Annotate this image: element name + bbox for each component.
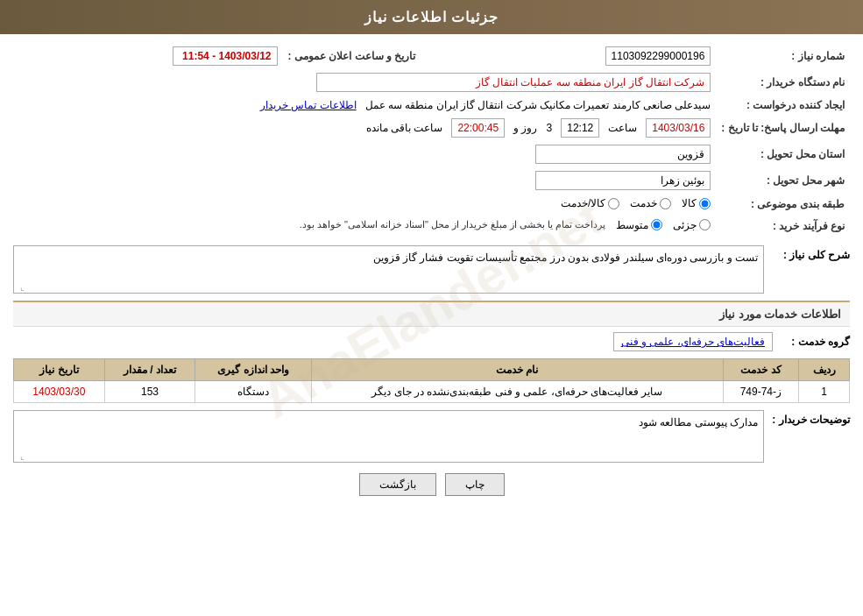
buyer-notes-text: مدارک پیوستی مطالعه شود [639,416,758,428]
response-time-text: ساعت [608,122,637,134]
need-number-value: 1103092299000196 [445,43,716,69]
category-kala-label: کالا [682,197,697,209]
response-time-field: 12:12 [561,118,599,138]
col-header-2: نام خدمت [312,359,724,381]
buyer-org-value: شرکت انتقال گاز ایران منطقه سه عملیات ان… [13,69,716,96]
creator-label: ایجاد کننده درخواست : [716,96,850,115]
city-field: بوئین زهرا [535,171,711,190]
purchase-type-radio-group: جزئی متوسط پرداخت تمام یا بخشی از مبلغ خ… [300,219,711,231]
service-group-row: گروه خدمت : فعالیت‌های حرفه‌ای، علمی و ف… [13,332,850,351]
creator-row: سیدعلی صانعی کارمند تعمیرات مکانیک شرکت … [13,96,716,115]
province-field: قزوین [535,145,711,164]
notes-resize-handle[interactable]: ⌞ [16,451,25,460]
announce-date-field: 1403/03/12 - 11:54 [173,46,278,66]
city-label: شهر محل تحویل : [716,167,850,194]
back-button[interactable]: بازگشت [359,473,436,496]
col-header-5: تاریخ نیاز [14,359,105,381]
announce-date-label: تاریخ و ساعت اعلان عمومی : [283,43,421,69]
category-radio-group: کالا خدمت کالا/خدمت [561,197,711,209]
cell-unit: دستگاه [195,381,312,403]
purchase-jazzi-label: جزئی [673,219,697,231]
category-kala-khedmat-radio[interactable] [608,198,619,209]
col-header-4: تعداد / مقدار [104,359,195,381]
service-group-label: گروه خدمت : [780,336,850,348]
category-kala-khedmat-label: کالا/خدمت [561,197,605,209]
table-row: 1 ز-74-749 سایر فعالیت‌های حرفه‌ای، علمی… [14,381,850,403]
resize-handle[interactable]: ⌞ [16,282,25,291]
announce-date-value: 1403/03/12 - 11:54 [13,43,283,69]
cell-quantity: 153 [104,381,195,403]
services-table: ردیف کد خدمت نام خدمت واحد اندازه گیری ت… [13,358,850,403]
category-kala-radio[interactable] [699,198,711,209]
description-box: تست و بازرسی دوره‌ای سیلندر فولادی بدون … [13,245,764,294]
response-date-label: مهلت ارسال پاسخ: تا تاریخ : [716,115,850,141]
cell-service-name: سایر فعالیت‌های حرفه‌ای، علمی و فنی طبقه… [312,381,724,403]
cell-date: 1403/03/30 [14,381,105,403]
purchase-motavaset-label: متوسط [616,219,648,231]
purchase-motavaset-radio[interactable] [651,219,662,230]
buyer-org-label: نام دستگاه خریدار : [716,69,850,96]
response-days-value: 3 [547,122,553,134]
response-date-row: 1403/03/16 ساعت 12:12 3 روز و 22:00:45 س… [13,115,716,141]
category-khedmat-radio[interactable] [660,198,671,209]
purchase-type-label: نوع فرآیند خرید : [716,216,850,237]
response-remaining-text: ساعت باقی مانده [366,122,443,134]
response-date-field: 1403/03/16 [646,118,711,138]
buyer-notes-box: مدارک پیوستی مطالعه شود ⌞ [13,410,764,463]
category-khedmat-item[interactable]: خدمت [630,197,671,209]
description-section: شرح کلی نیاز : تست و بازرسی دوره‌ای سیلن… [13,245,850,294]
print-button[interactable]: چاپ [445,473,505,496]
service-group-value[interactable]: فعالیت‌های حرفه‌ای، علمی و فنی [613,332,773,351]
description-label: شرح کلی نیاز : [771,245,850,261]
category-khedmat-label: خدمت [630,197,657,209]
page-title: جزئیات اطلاعات نیاز [0,0,863,34]
need-number-label: شماره نیاز : [716,43,850,69]
col-header-0: ردیف [799,359,850,381]
col-header-1: کد خدمت [723,359,799,381]
province-label: استان محل تحویل : [716,141,850,167]
response-days-text: روز و [513,122,537,134]
cell-row-num: 1 [799,381,850,403]
col-header-3: واحد اندازه گیری [195,359,312,381]
need-number-field: 1103092299000196 [605,46,711,66]
response-remaining-field: 22:00:45 [451,118,505,138]
purchase-motavaset-item[interactable]: متوسط [616,219,662,231]
category-kala-khedmat-item[interactable]: کالا/خدمت [561,197,619,209]
purchase-jazzi-radio[interactable] [699,219,711,230]
cell-service-code: ز-74-749 [723,381,799,403]
purchase-type-description: پرداخت تمام یا بخشی از مبلغ خریدار از مح… [300,219,606,230]
buyer-notes-section: توضیحات خریدار : مدارک پیوستی مطالعه شود… [13,410,850,463]
category-kala-item[interactable]: کالا [682,197,711,209]
services-section-title: اطلاعات خدمات مورد نیاز [13,301,850,327]
buyer-org-field: شرکت انتقال گاز ایران منطقه سه عملیات ان… [316,73,711,92]
creator-link[interactable]: اطلاعات تماس خریدار [260,99,357,111]
purchase-jazzi-item[interactable]: جزئی [673,219,711,231]
info-table: شماره نیاز : 1103092299000196 تاریخ و سا… [13,43,850,237]
creator-value: سیدعلی صانعی کارمند تعمیرات مکانیک شرکت … [365,99,711,111]
buyer-notes-label: توضیحات خریدار : [771,410,850,426]
button-row: چاپ بازگشت [13,473,850,496]
category-label: طبقه بندی موضوعی : [716,194,850,216]
description-text: تست و بازرسی دوره‌ای سیلندر فولادی بدون … [373,251,758,264]
